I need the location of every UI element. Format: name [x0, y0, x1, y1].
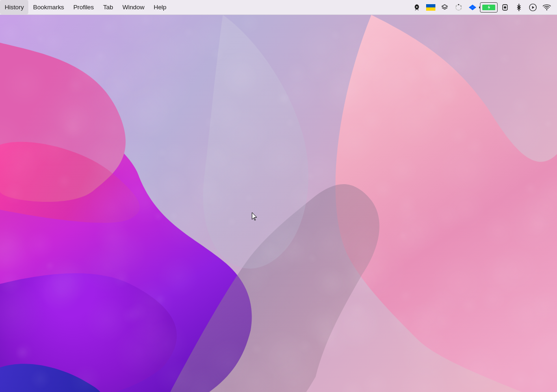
- menu-history[interactable]: History: [0, 0, 28, 14]
- svg-point-3: [456, 5, 461, 10]
- menu-tab[interactable]: Tab: [98, 0, 117, 14]
- svg-point-4: [458, 4, 459, 5]
- dropbox-icon[interactable]: [466, 2, 479, 13]
- menu-bookmarks[interactable]: Bookmarks: [28, 0, 69, 14]
- svg-point-6: [460, 8, 461, 9]
- svg-rect-10: [479, 6, 480, 8]
- svg-rect-2: [426, 7, 435, 11]
- charging-icon: [487, 5, 491, 10]
- rocket-icon[interactable]: [410, 2, 423, 13]
- menubar-left: History Bookmarks Profiles Tab Window He…: [0, 0, 171, 14]
- ukraine-flag-icon[interactable]: [424, 2, 437, 13]
- bluetooth-icon[interactable]: [512, 2, 525, 13]
- svg-point-9: [456, 6, 457, 6]
- media-play-icon[interactable]: [526, 2, 539, 13]
- svg-point-15: [546, 9, 547, 10]
- svg-point-0: [416, 6, 418, 7]
- svg-point-5: [460, 6, 461, 6]
- menu-help[interactable]: Help: [149, 0, 171, 14]
- menu-window[interactable]: Window: [118, 0, 149, 14]
- svg-point-12: [504, 6, 506, 8]
- svg-point-7: [458, 10, 459, 11]
- menubar-right: [410, 0, 557, 14]
- svg-point-8: [456, 8, 456, 9]
- wifi-icon[interactable]: [540, 2, 553, 13]
- svg-rect-1: [426, 4, 435, 7]
- screen-recorder-icon[interactable]: [499, 2, 512, 13]
- battery-indicator[interactable]: [480, 2, 498, 13]
- menu-bar: History Bookmarks Profiles Tab Window He…: [0, 0, 557, 15]
- spinner-icon[interactable]: [452, 2, 465, 13]
- menu-profiles[interactable]: Profiles: [69, 0, 98, 14]
- layers-icon[interactable]: [438, 2, 451, 13]
- desktop-wallpaper: [0, 15, 557, 392]
